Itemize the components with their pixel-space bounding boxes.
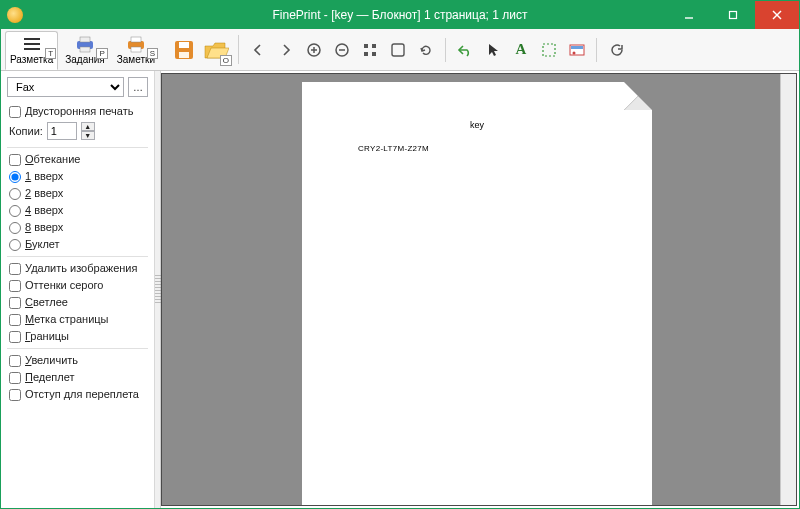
zoom-in-button[interactable] — [303, 39, 325, 61]
svg-rect-12 — [131, 47, 141, 52]
preview-canvas[interactable]: key CRY2-LT7M-Z27M Страница 1 — [161, 73, 797, 506]
vertical-scrollbar[interactable] — [780, 74, 796, 505]
notes-icon — [124, 34, 148, 54]
svg-rect-8 — [80, 37, 90, 42]
svg-rect-9 — [80, 47, 90, 52]
copies-input[interactable] — [47, 122, 77, 140]
next-page-button[interactable] — [275, 39, 297, 61]
enlarge-checkbox[interactable] — [9, 355, 21, 367]
opt-duplex[interactable]: Двусторонняя печать — [1, 103, 154, 120]
opt-8up[interactable]: 8 вверх — [1, 219, 154, 236]
wrap-checkbox[interactable] — [9, 154, 21, 166]
remove-images-checkbox[interactable] — [9, 263, 21, 275]
borders-checkbox[interactable] — [9, 331, 21, 343]
window-controls — [667, 1, 799, 29]
svg-rect-1 — [730, 12, 737, 19]
duplex-checkbox[interactable] — [9, 106, 21, 118]
tab-layout[interactable]: T Разметка — [5, 31, 58, 70]
zoom-out-button[interactable] — [331, 39, 353, 61]
fit-page-button[interactable] — [387, 39, 409, 61]
page-mark-checkbox[interactable] — [9, 314, 21, 326]
view-tools: A — [241, 29, 799, 70]
tab-notes-key: S — [147, 48, 158, 59]
open-button[interactable]: O — [202, 36, 230, 64]
opt-grayscale[interactable]: Оттенки серого — [1, 277, 154, 294]
text-tool[interactable]: A — [510, 39, 532, 61]
document-title: key — [302, 120, 652, 130]
tab-jobs-key: P — [96, 48, 107, 59]
copies-up[interactable]: ▲ — [81, 122, 95, 131]
printer-row: Fax … — [1, 75, 154, 103]
nup-8-radio[interactable] — [9, 222, 21, 234]
titlebar: FinePrint - [key — Блокнот] 1 страница; … — [1, 1, 799, 29]
underlay-checkbox[interactable] — [9, 372, 21, 384]
opt-enlarge[interactable]: Увеличить — [1, 352, 154, 369]
open-button-key: O — [220, 55, 232, 66]
opt-2up[interactable]: 2 вверх — [1, 185, 154, 202]
layout-icon — [20, 34, 44, 54]
svg-rect-11 — [131, 37, 141, 42]
toolbar-separator — [238, 35, 239, 64]
file-buttons: O — [164, 29, 236, 70]
svg-rect-14 — [179, 42, 189, 48]
printer-select[interactable]: Fax — [7, 77, 124, 97]
copies-label: Копии: — [9, 125, 43, 137]
opt-gutter[interactable]: Отступ для переплета — [1, 386, 154, 403]
app-window: FinePrint - [key — Блокнот] 1 страница; … — [0, 0, 800, 509]
toolbar-separator-2 — [445, 38, 446, 62]
svg-rect-15 — [179, 52, 189, 58]
prev-page-button[interactable] — [247, 39, 269, 61]
copies-spinner: ▲ ▼ — [81, 122, 95, 140]
opt-borders[interactable]: Границы — [1, 328, 154, 345]
svg-rect-24 — [372, 52, 376, 56]
mode-tabs: T Разметка P Задания S Заметки — [1, 29, 164, 70]
opt-page-mark[interactable]: Метка страницы — [1, 311, 154, 328]
printer-properties-button[interactable]: … — [128, 77, 148, 97]
select-area-tool[interactable] — [538, 39, 560, 61]
page-fold-icon — [624, 82, 652, 110]
page-preview[interactable]: key CRY2-LT7M-Z27M Страница 1 — [302, 82, 652, 506]
opt-4up[interactable]: 4 вверх — [1, 202, 154, 219]
body: Fax … Двусторонняя печать Копии: ▲ ▼ Обт… — [1, 71, 799, 508]
svg-rect-22 — [372, 44, 376, 48]
svg-rect-21 — [364, 44, 368, 48]
layout-sidebar: Fax … Двусторонняя печать Копии: ▲ ▼ Обт… — [1, 71, 155, 508]
nup-1-radio[interactable] — [9, 171, 21, 183]
lighter-checkbox[interactable] — [9, 297, 21, 309]
svg-rect-26 — [543, 44, 555, 56]
rotate-button[interactable] — [415, 39, 437, 61]
snapshot-tool[interactable] — [566, 39, 588, 61]
nup-2-radio[interactable] — [9, 188, 21, 200]
copies-down[interactable]: ▼ — [81, 131, 95, 140]
refresh-button[interactable] — [605, 39, 627, 61]
minimize-button[interactable] — [667, 1, 711, 29]
svg-rect-23 — [364, 52, 368, 56]
copies-row: Копии: ▲ ▼ — [1, 120, 154, 144]
tab-notes[interactable]: S Заметки — [112, 31, 160, 70]
svg-rect-25 — [392, 44, 404, 56]
grayscale-checkbox[interactable] — [9, 280, 21, 292]
nup-4-radio[interactable] — [9, 205, 21, 217]
opt-remove-images[interactable]: Удалить изображения — [1, 260, 154, 277]
maximize-button[interactable] — [711, 1, 755, 29]
tab-jobs[interactable]: P Задания — [60, 31, 110, 70]
jobs-icon — [73, 34, 97, 54]
opt-underlay[interactable]: Педеплет — [1, 369, 154, 386]
opt-1up[interactable]: 1 вверх — [1, 168, 154, 185]
opt-booklet[interactable]: Буклет — [1, 236, 154, 253]
close-button[interactable] — [755, 1, 799, 29]
pointer-tool[interactable] — [482, 39, 504, 61]
undo-button[interactable] — [454, 39, 476, 61]
opt-wrap[interactable]: Обтекание — [1, 151, 154, 168]
svg-point-29 — [573, 51, 576, 54]
booklet-radio[interactable] — [9, 239, 21, 251]
gutter-checkbox[interactable] — [9, 389, 21, 401]
save-button[interactable] — [170, 36, 198, 64]
opt-lighter[interactable]: Светлее — [1, 294, 154, 311]
document-content: CRY2-LT7M-Z27M — [358, 144, 429, 153]
app-icon — [7, 7, 23, 23]
thumbnails-button[interactable] — [359, 39, 381, 61]
tab-layout-key: T — [45, 48, 56, 59]
toolbar-separator-3 — [596, 38, 597, 62]
svg-rect-28 — [571, 46, 583, 49]
